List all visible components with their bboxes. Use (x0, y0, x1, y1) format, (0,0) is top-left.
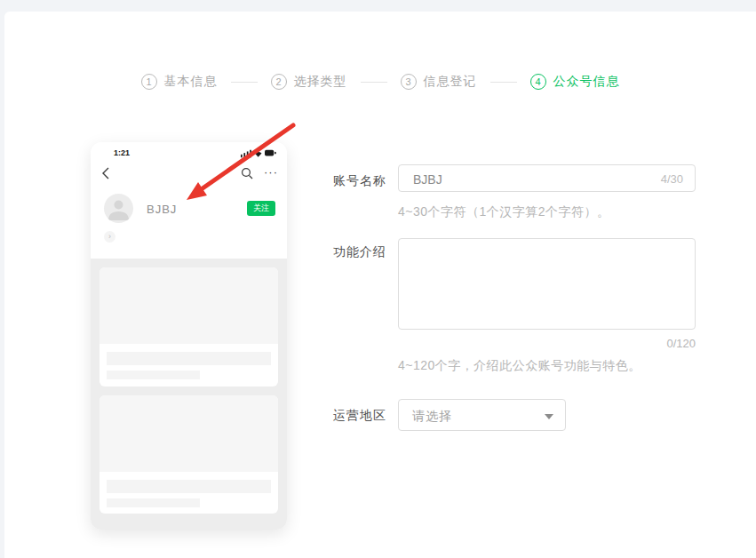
step-number-circle: 1 (141, 74, 157, 90)
follow-button: 关注 (247, 201, 275, 216)
stepper-step-basic-info[interactable]: 1 基本信息 (141, 74, 218, 90)
chevron-right-icon: › (104, 231, 115, 243)
account-name-helper: 4~30个字符（1个汉字算2个字符）。 (398, 204, 610, 220)
back-icon (100, 166, 113, 180)
feed-card (99, 395, 278, 514)
intro-field (398, 238, 696, 330)
feed-text-placeholder (107, 371, 200, 379)
wifi-icon (254, 149, 262, 158)
content-card: 1 基本信息 2 选择类型 3 信息登记 4 公众号信息 1:21 (4, 12, 756, 558)
step-number-circle: 4 (530, 74, 546, 90)
step-number-circle: 3 (401, 74, 417, 90)
step-label: 信息登记 (424, 74, 477, 90)
registration-stepper: 1 基本信息 2 选择类型 3 信息登记 4 公众号信息 (4, 74, 756, 90)
feed-thumbnail-placeholder (99, 267, 278, 344)
intro-counter: 0/120 (398, 337, 696, 350)
step-label: 选择类型 (294, 74, 347, 90)
stepper-step-account-info[interactable]: 4 公众号信息 (530, 74, 620, 90)
status-icons (241, 148, 276, 158)
feed-text-placeholder (107, 498, 200, 507)
profile-name: BJBJ (147, 203, 177, 216)
battery-icon (265, 149, 276, 157)
account-name-label: 账号名称 (333, 173, 386, 189)
feed-card (99, 267, 278, 387)
step-number-circle: 2 (271, 74, 287, 90)
feed-thumbnail-placeholder (99, 395, 278, 472)
phone-feed-background (91, 259, 287, 530)
account-name-counter: 4/30 (661, 172, 683, 186)
region-label: 运营地区 (333, 408, 386, 424)
account-name-input[interactable] (411, 165, 637, 193)
account-name-field: 4/30 (398, 164, 696, 192)
stepper-connector (231, 82, 258, 83)
stepper-step-select-type[interactable]: 2 选择类型 (271, 74, 347, 90)
signal-icon (241, 149, 251, 158)
region-select[interactable]: 请选择 (398, 399, 566, 431)
stepper-connector (490, 82, 517, 83)
stepper-step-info-registration[interactable]: 3 信息登记 (401, 74, 477, 90)
feed-text-placeholder (107, 352, 271, 365)
step-label: 公众号信息 (553, 74, 620, 90)
chevron-down-icon (545, 414, 553, 419)
more-icon: ··· (264, 165, 278, 179)
intro-label: 功能介绍 (333, 244, 386, 260)
stepper-connector (361, 82, 387, 83)
feed-text-placeholder (107, 480, 271, 493)
search-icon (241, 167, 253, 179)
step-label: 基本信息 (164, 74, 218, 90)
intro-helper: 4~120个字，介绍此公众账号功能与特色。 (398, 358, 641, 374)
intro-textarea[interactable] (399, 239, 695, 329)
region-select-value: 请选择 (412, 409, 452, 425)
phone-preview: 1:21 ··· BJBJ 关注 (91, 142, 287, 530)
avatar (104, 194, 133, 223)
status-time: 1:21 (114, 148, 130, 157)
